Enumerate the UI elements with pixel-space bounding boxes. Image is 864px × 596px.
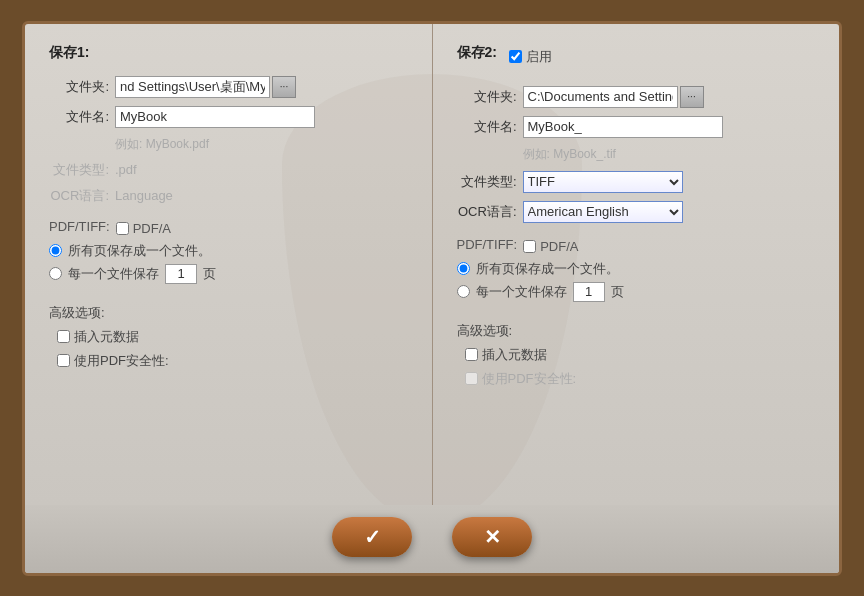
cancel-icon: ✕	[484, 525, 501, 549]
enabled-label: 启用	[526, 48, 552, 66]
pdf-tiff-section-left: PDF/TIFF: PDF/A 所有页保存成一个文件。 每一个文件保存	[49, 219, 408, 288]
ok-icon: ✓	[364, 525, 381, 549]
folder-label-left: 文件夹:	[49, 78, 109, 96]
meta-row-right: 插入元数据	[465, 346, 816, 364]
filetype-label-left: 文件类型:	[49, 161, 109, 179]
radio2-right[interactable]	[457, 285, 470, 298]
radio1-left[interactable]	[49, 244, 62, 257]
ocr-value-left: Language	[115, 188, 173, 203]
filename-input-left[interactable]	[115, 106, 315, 128]
advanced-label-right: 高级选项:	[457, 322, 816, 340]
radio1-row-left: 所有页保存成一个文件。	[49, 242, 408, 260]
pdfa-label-left: PDF/A	[133, 221, 171, 236]
dialog-footer: ✓ ✕	[25, 505, 839, 573]
meta-checkbox-left[interactable]	[57, 330, 70, 343]
advanced-section-left: 高级选项: 插入元数据 使用PDF安全性:	[49, 304, 408, 376]
pdf-security-label-right: 使用PDF安全性:	[482, 370, 577, 388]
panel-left-title: 保存1:	[49, 44, 408, 62]
radio2-row-right: 每一个文件保存 页	[457, 282, 816, 302]
meta-row-left: 插入元数据	[57, 328, 408, 346]
radio2-row-left: 每一个文件保存 页	[49, 264, 408, 284]
radio1-row-right: 所有页保存成一个文件。	[457, 260, 816, 278]
folder-label-right: 文件夹:	[457, 88, 517, 106]
page-suffix-right: 页	[611, 283, 624, 301]
pdf-security-row-left: 使用PDF安全性:	[57, 352, 408, 370]
ocr-select-right[interactable]: American English Chinese	[523, 201, 683, 223]
pdfa-checkbox-right[interactable]	[523, 240, 536, 253]
ocr-row-left: OCR语言: Language	[49, 187, 408, 205]
ocr-label-right: OCR语言:	[457, 203, 517, 221]
folder-input-right[interactable]	[523, 86, 678, 108]
pdf-security-checkbox-left[interactable]	[57, 354, 70, 367]
filetype-row-right: 文件类型: TIFF PDF JPEG	[457, 171, 816, 193]
pdf-tiff-row-right: PDF/TIFF: PDF/A	[457, 237, 816, 256]
filename-input-right[interactable]	[523, 116, 723, 138]
enabled-checkbox[interactable]	[509, 50, 522, 63]
filetype-label-right: 文件类型:	[457, 173, 517, 191]
folder-row-left: 文件夹: ···	[49, 76, 408, 98]
radio2-left[interactable]	[49, 267, 62, 280]
pdfa-checkbox-left[interactable]	[116, 222, 129, 235]
dialog-body: 保存1: 文件夹: ··· 文件名: 例如: MyBook.pdf 文件类型:	[25, 24, 839, 505]
panel-right: 保存2: 启用 文件夹: ··· 文件名: 例如:	[433, 24, 840, 505]
cancel-button[interactable]: ✕	[452, 517, 532, 557]
radio1-right[interactable]	[457, 262, 470, 275]
filetype-select-right[interactable]: TIFF PDF JPEG	[523, 171, 683, 193]
browse-btn-left[interactable]: ···	[272, 76, 296, 98]
radio-group-left: 所有页保存成一个文件。 每一个文件保存 页	[49, 242, 408, 284]
radio-group-right: 所有页保存成一个文件。 每一个文件保存 页	[457, 260, 816, 302]
meta-label-left: 插入元数据	[74, 328, 139, 346]
ocr-row-right: OCR语言: American English Chinese	[457, 201, 816, 223]
radio2-label-right: 每一个文件保存	[476, 283, 567, 301]
pdfa-checkbox-row-left: PDF/A	[116, 221, 171, 236]
advanced-label-left: 高级选项:	[49, 304, 408, 322]
filetype-value-left: .pdf	[115, 162, 137, 177]
pdf-tiff-row-left: PDF/TIFF: PDF/A	[49, 219, 408, 238]
pdfa-checkbox-row-right: PDF/A	[523, 239, 578, 254]
example-left: 例如: MyBook.pdf	[115, 136, 408, 153]
browse-icon-right: ···	[687, 91, 695, 102]
advanced-section-right: 高级选项: 插入元数据 使用PDF安全性:	[457, 322, 816, 394]
radio1-label-right: 所有页保存成一个文件。	[476, 260, 619, 278]
filename-row-left: 文件名:	[49, 106, 408, 128]
pdf-tiff-label-left: PDF/TIFF:	[49, 219, 110, 234]
browse-btn-right[interactable]: ···	[680, 86, 704, 108]
radio2-label-left: 每一个文件保存	[68, 265, 159, 283]
meta-label-right: 插入元数据	[482, 346, 547, 364]
pdf-security-label-left: 使用PDF安全性:	[74, 352, 169, 370]
main-dialog: 保存1: 文件夹: ··· 文件名: 例如: MyBook.pdf 文件类型:	[22, 21, 842, 576]
example-right: 例如: MyBook_.tif	[523, 146, 816, 163]
meta-checkbox-right[interactable]	[465, 348, 478, 361]
filename-row-right: 文件名:	[457, 116, 816, 138]
pdf-tiff-section-right: PDF/TIFF: PDF/A 所有页保存成一个文件。 每一个文件保存	[457, 237, 816, 306]
page-suffix-left: 页	[203, 265, 216, 283]
pdfa-label-right: PDF/A	[540, 239, 578, 254]
pdf-tiff-label-right: PDF/TIFF:	[457, 237, 518, 252]
ocr-label-left: OCR语言:	[49, 187, 109, 205]
page-input-left[interactable]	[165, 264, 197, 284]
ok-button[interactable]: ✓	[332, 517, 412, 557]
folder-input-left[interactable]	[115, 76, 270, 98]
folder-row-right: 文件夹: ···	[457, 86, 816, 108]
panel-right-header: 保存2: 启用	[457, 44, 816, 70]
pdf-security-row-right: 使用PDF安全性:	[465, 370, 816, 388]
filetype-row-left: 文件类型: .pdf	[49, 161, 408, 179]
filename-label-left: 文件名:	[49, 108, 109, 126]
page-input-right[interactable]	[573, 282, 605, 302]
radio1-label-left: 所有页保存成一个文件。	[68, 242, 211, 260]
panel-right-title: 保存2:	[457, 44, 497, 62]
filename-label-right: 文件名:	[457, 118, 517, 136]
panel-left: 保存1: 文件夹: ··· 文件名: 例如: MyBook.pdf 文件类型:	[25, 24, 433, 505]
pdf-security-checkbox-right	[465, 372, 478, 385]
enabled-row: 启用	[509, 48, 552, 66]
browse-icon-left: ···	[280, 81, 288, 92]
